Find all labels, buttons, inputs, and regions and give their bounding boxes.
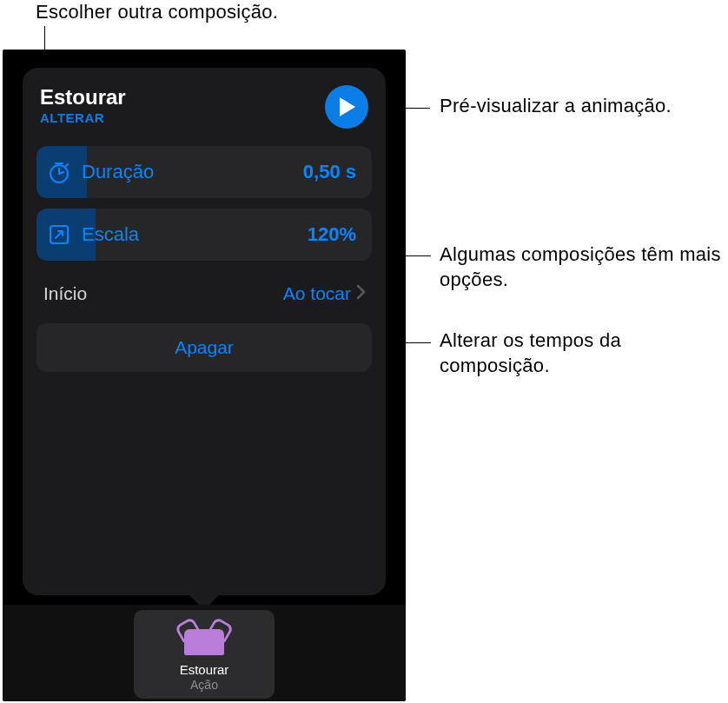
start-value: Ao tocar: [283, 283, 351, 304]
build-shape-icon: [184, 629, 224, 655]
start-label: Início: [43, 283, 87, 304]
callout-choose-another: Escolher outra composição.: [36, 0, 278, 25]
callout-timing: Alterar os tempos da composição.: [440, 328, 700, 378]
scale-icon: [47, 222, 71, 247]
callout-preview: Pré-visualizar a animação.: [440, 94, 700, 119]
scale-value: 120%: [308, 223, 356, 246]
build-bar: Estourar Ação: [3, 605, 406, 700]
scale-slider[interactable]: Escala 120%: [36, 209, 372, 261]
build-title: Estourar: [40, 85, 126, 109]
play-icon: [340, 97, 357, 116]
preview-button[interactable]: [325, 85, 368, 129]
thumb-title: Estourar: [180, 662, 229, 677]
phone-frame: Estourar ALTERAR: [3, 50, 406, 701]
scale-label: Escala: [82, 223, 139, 246]
start-row[interactable]: Início Ao tocar: [36, 271, 372, 316]
build-thumbnail[interactable]: Estourar Ação: [134, 610, 275, 699]
thumb-subtitle: Ação: [190, 678, 218, 692]
timer-icon: [47, 160, 71, 184]
chevron-right-icon: [356, 284, 367, 303]
duration-label: Duração: [82, 161, 154, 183]
duration-slider[interactable]: Duração 0,50 s: [36, 146, 372, 198]
delete-button[interactable]: Apagar: [36, 323, 372, 372]
callout-more-options: Algumas composições têm mais opções.: [440, 242, 726, 292]
build-options-popover: Estourar ALTERAR: [23, 68, 386, 595]
duration-value: 0,50 s: [303, 161, 356, 183]
change-build-link[interactable]: ALTERAR: [40, 110, 126, 125]
